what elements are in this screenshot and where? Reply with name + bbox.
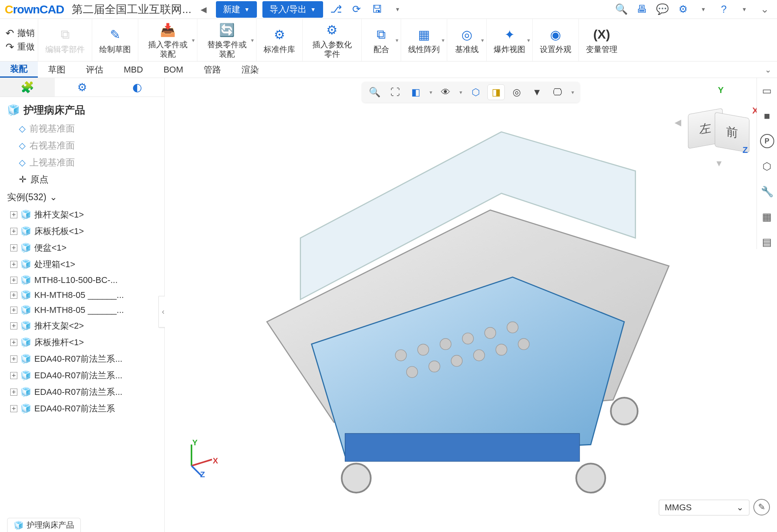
document-title[interactable]: 第二届全国工业互联网... (72, 2, 191, 17)
units-selector[interactable]: MMGS⌄ (659, 500, 749, 515)
instance-item[interactable]: +🧊EDA40-R07前法兰系... (2, 367, 163, 384)
3d-model-view[interactable] (188, 110, 714, 500)
section-icon[interactable]: ⬡ (467, 84, 484, 100)
tab-render[interactable]: 渲染 (231, 61, 269, 78)
tree-plane-front[interactable]: ◇前视基准面 (2, 120, 163, 137)
ribbon-exploded-view[interactable]: ✦爆炸视图▾ (486, 19, 532, 61)
expand-icon[interactable]: + (10, 339, 17, 346)
instance-item[interactable]: +🧊KH-MTH8-05 ______... (2, 303, 163, 318)
tree-tab-config[interactable]: ⚙ (55, 78, 110, 97)
ribbon-replace-part[interactable]: 🔄替换零件或 装配▾ (197, 19, 256, 61)
ribbon-linear-pattern[interactable]: ▦线性阵列▾ (401, 19, 447, 61)
import-export-button[interactable]: 导入/导出▼ (262, 1, 323, 18)
expand-icon[interactable]: + (10, 277, 17, 284)
save-icon[interactable]: 🖫 (370, 2, 385, 17)
tree-root-item[interactable]: 🧊护理病床产品 (2, 100, 163, 120)
rail-video-icon[interactable]: ■ (760, 109, 774, 123)
instance-item[interactable]: +🧊推杆支架<1> (2, 206, 163, 223)
new-button[interactable]: 新建▼ (216, 1, 257, 18)
rail-p-icon[interactable]: P (760, 134, 774, 148)
tree-tab-feature[interactable]: 🧩 (0, 78, 55, 97)
ribbon-insert-part[interactable]: 📥插入零件或 装配▾ (138, 19, 197, 61)
tab-evaluate[interactable]: 评估 (76, 61, 113, 78)
chevron-down-icon[interactable]: ▾ (457, 89, 464, 95)
navigation-cube[interactable]: 左 前 Y X Z ◀ ▶ ▼ (686, 90, 753, 157)
perspective-icon[interactable]: ◎ (508, 84, 525, 100)
expand-icon[interactable]: + (10, 372, 17, 379)
zoom-icon[interactable]: 🔍 (366, 84, 383, 100)
expand-icon[interactable]: + (10, 244, 17, 251)
instance-item[interactable]: +🧊床板托板<1> (2, 223, 163, 240)
chevron-down-icon[interactable]: ▾ (428, 89, 434, 95)
help-icon[interactable]: ? (716, 2, 731, 17)
instance-item[interactable]: +🧊处理箱<1> (2, 256, 163, 273)
nav-back-icon[interactable]: ◀ (197, 3, 210, 16)
tab-assembly[interactable]: 装配 (0, 61, 38, 78)
rail-wrench-icon[interactable]: 🔧 (760, 184, 774, 199)
filter-icon[interactable]: ▼ (528, 84, 546, 100)
screen-icon[interactable]: 🖵 (549, 84, 566, 100)
axis-gizmo[interactable]: Y X Z (180, 441, 216, 477)
tab-bom[interactable]: BOM (153, 61, 193, 78)
tab-piping[interactable]: 管路 (193, 61, 231, 78)
rail-tab-icon[interactable]: ▭ (760, 84, 774, 98)
expand-icon[interactable]: + (10, 211, 17, 218)
refresh-icon[interactable]: ⟳ (349, 2, 364, 17)
ribbon-param-part[interactable]: ⚙插入参数化 零件 (302, 19, 361, 61)
rail-cube-icon[interactable]: ⬡ (760, 159, 774, 173)
settings-dropdown-icon[interactable]: ▾ (696, 2, 711, 17)
tree-plane-right[interactable]: ◇右视基准面 (2, 137, 163, 154)
expand-icon[interactable]: + (10, 292, 17, 299)
view-orientation-icon[interactable]: ◧ (407, 84, 424, 100)
instance-item[interactable]: +🧊MTH8-L10-500-BC-... (2, 273, 163, 288)
ribbon-mate[interactable]: ⧉配合▾ (361, 19, 401, 61)
instance-item[interactable]: +🧊便盆<1> (2, 240, 163, 256)
bottom-document-tab[interactable]: 🧊护理病床产品 (7, 518, 81, 532)
instance-item[interactable]: +🧊KH-MTH8-05 ______... (2, 288, 163, 303)
settings-icon[interactable]: ⚙ (675, 2, 690, 17)
expand-icon[interactable]: + (10, 405, 17, 412)
expand-icon[interactable]: + (10, 261, 17, 268)
instance-item[interactable]: +🧊EDA40-R07前法兰系... (2, 351, 163, 367)
tab-mbd[interactable]: MBD (113, 61, 153, 78)
search-icon[interactable]: 🔍 (614, 2, 629, 17)
display-style-icon[interactable]: ◨ (487, 84, 505, 100)
instance-item[interactable]: +🧊床板推杆<1> (2, 334, 163, 351)
instance-item[interactable]: +🧊推杆支架<2> (2, 318, 163, 334)
save-dropdown-icon[interactable]: ▾ (390, 2, 405, 17)
app-logo[interactable]: CrownCAD (5, 3, 64, 16)
rail-grid-icon[interactable]: ▦ (760, 210, 774, 224)
tree-scroll[interactable]: 🧊护理病床产品 ◇前视基准面 ◇右视基准面 ◇上视基准面 ✛原点 实例(532)… (0, 97, 164, 532)
expand-icon[interactable]: ⌄ (757, 2, 772, 17)
ribbon-ref-geom[interactable]: ◎基准线▾ (447, 19, 486, 61)
cube-rotate-down-icon[interactable]: ▼ (715, 158, 723, 169)
fit-icon[interactable]: ⛶ (387, 84, 404, 100)
expand-icon[interactable]: + (10, 307, 17, 314)
branch-icon[interactable]: ⎇ (329, 2, 344, 17)
expand-icon[interactable]: + (10, 389, 17, 396)
chevron-down-icon[interactable]: ▾ (569, 89, 576, 95)
feedback-button[interactable]: ✎ (753, 499, 770, 515)
tab-sketch[interactable]: 草图 (38, 61, 76, 78)
tabs-chevron-icon[interactable]: ⌄ (765, 65, 771, 74)
instances-header[interactable]: 实例(532)⌄ (2, 188, 163, 206)
redo-button[interactable]: ↷重做 (6, 41, 35, 53)
comment-icon[interactable]: 💬 (655, 2, 670, 17)
help-dropdown-icon[interactable]: ▾ (737, 2, 752, 17)
instance-item[interactable]: +🧊EDA40-R07前法兰系... (2, 384, 163, 400)
cube-rotate-left-icon[interactable]: ◀ (675, 117, 681, 128)
tree-plane-top[interactable]: ◇上视基准面 (2, 154, 163, 171)
print-icon[interactable]: 🖶 (634, 2, 649, 17)
3d-viewport[interactable]: 🔍 ⛶ ◧ ▾ 👁 ▾ ⬡ ◨ ◎ ▼ 🖵 ▾ (165, 78, 777, 532)
expand-icon[interactable]: + (10, 228, 17, 235)
visibility-icon[interactable]: 👁 (437, 84, 454, 100)
rail-panel-icon[interactable]: ▤ (760, 235, 774, 249)
ribbon-sketch[interactable]: ✎绘制草图 (92, 19, 138, 61)
ribbon-standard-lib[interactable]: ⚙标准件库 (256, 19, 302, 61)
ribbon-variables[interactable]: (X)变量管理 (578, 19, 625, 61)
tree-origin[interactable]: ✛原点 (2, 171, 163, 188)
expand-icon[interactable]: + (10, 322, 17, 329)
ribbon-appearance[interactable]: ◉设置外观 (532, 19, 578, 61)
instance-item[interactable]: +🧊EDA40-R07前法兰系 (2, 400, 163, 417)
expand-icon[interactable]: + (10, 355, 17, 363)
